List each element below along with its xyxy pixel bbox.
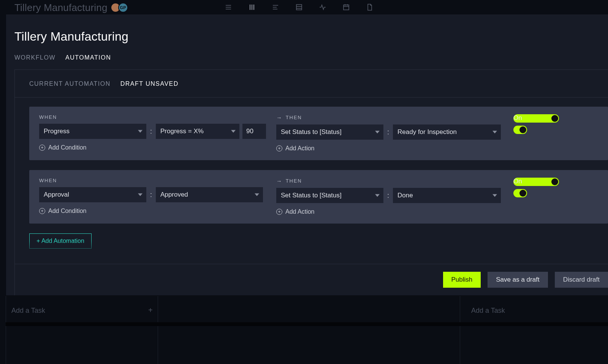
plus-circle-icon: + (276, 209, 282, 215)
arrow-right-icon: → (276, 114, 283, 121)
column-separator (6, 296, 6, 364)
separator-colon: : (386, 128, 390, 136)
when-op-select[interactable]: Approved (156, 187, 263, 202)
then-action-select[interactable]: Set Status to [Status] (276, 124, 383, 140)
column-separator (460, 296, 460, 364)
add-condition-label: Add Condition (48, 208, 87, 214)
when-label: WHEN (39, 178, 267, 183)
when-column: WHEN Approval : Approved + (39, 178, 267, 215)
main-tabs: WORKFLOW AUTOMATION (14, 54, 608, 61)
separator-colon: : (149, 128, 153, 136)
then-label: → THEN (276, 178, 504, 184)
content-box: CURRENT AUTOMATION DRAFT UNSAVED WHEN Pr… (14, 69, 608, 295)
then-action-select[interactable]: Set Status to [Status] (276, 188, 383, 203)
then-label-text: THEN (286, 115, 302, 120)
arrow-right-icon: → (276, 178, 283, 184)
bg-project-title: Tillery Manufacturing (14, 2, 108, 14)
publish-button[interactable]: Publish (443, 272, 481, 288)
add-condition-button[interactable]: + Add Condition (39, 144, 267, 151)
chevron-down-icon (231, 130, 236, 133)
chevron-down-icon (375, 194, 380, 197)
chevron-down-icon (375, 131, 380, 134)
avatar-2: GP (118, 3, 128, 13)
when-field-select[interactable]: Progress (39, 124, 146, 139)
when-label: WHEN (39, 114, 267, 120)
bg-toolbar (224, 3, 374, 11)
then-value: Ready for Inspection (397, 128, 457, 136)
add-automation-button[interactable]: + Add Automation (29, 233, 92, 249)
automation-rule: WHEN Progress : Progress = X% 90 (29, 107, 608, 160)
when-field-select[interactable]: Approval (39, 187, 146, 202)
calendar-icon (342, 3, 350, 11)
then-value-select[interactable]: Ready for Inspection (393, 124, 501, 140)
when-column: WHEN Progress : Progress = X% 90 (39, 114, 267, 152)
automation-panel: Tillery Manufacturing WORKFLOW AUTOMATIO… (6, 14, 608, 295)
then-action-value: Set Status to [Status] (281, 192, 342, 199)
when-value-input[interactable]: 90 (242, 124, 266, 139)
chevron-down-icon (138, 130, 142, 133)
when-op-select[interactable]: Progress = X% (156, 124, 239, 139)
sub-tabs: CURRENT AUTOMATION DRAFT UNSAVED (15, 70, 608, 98)
toggle-column: On (513, 178, 559, 186)
chevron-down-icon (255, 194, 259, 196)
add-condition-button[interactable]: + Add Condition (39, 208, 267, 214)
add-action-button[interactable]: + Add Action (276, 208, 504, 215)
then-value-select[interactable]: Done (393, 188, 501, 203)
then-label-text: THEN (286, 178, 302, 184)
toggle-label: On (513, 178, 522, 185)
separator-colon: : (149, 191, 153, 199)
when-field-value: Approval (44, 191, 69, 199)
plus-circle-icon: + (39, 208, 45, 214)
fade-overlay (15, 241, 608, 264)
settings-bars-icon (248, 3, 256, 11)
bg-add-task-left: Add a Task (11, 307, 45, 315)
when-field-value: Progress (44, 128, 70, 135)
then-action-value: Set Status to [Status] (281, 128, 342, 136)
panel-footer: Publish Save as a draft Discard draft (15, 264, 608, 295)
plus-circle-icon: + (39, 145, 45, 151)
toggle-column: On (513, 114, 559, 123)
bg-horizontal-bar (6, 322, 608, 326)
bg-plus-icon: + (148, 306, 153, 315)
plus-circle-icon: + (276, 145, 282, 151)
align-icon (271, 3, 280, 11)
add-action-button[interactable]: + Add Action (276, 145, 504, 152)
subtab-draft-unsaved[interactable]: DRAFT UNSAVED (120, 80, 179, 87)
then-column: → THEN Set Status to [Status] : Done (276, 178, 504, 215)
rule-enable-toggle[interactable] (513, 126, 527, 134)
panel-title: Tillery Manufacturing (14, 30, 608, 44)
subtab-current-automation[interactable]: CURRENT AUTOMATION (29, 80, 111, 87)
chevron-down-icon (492, 131, 497, 134)
svg-rect-9 (296, 5, 302, 10)
when-op-value: Progress = X% (160, 128, 204, 135)
when-op-value: Approved (160, 191, 188, 199)
then-column: → THEN Set Status to [Status] : Ready fo… (276, 114, 504, 152)
when-value: 90 (246, 128, 253, 135)
toggle-label: On (513, 114, 522, 122)
rules-area: WHEN Progress : Progress = X% 90 (15, 98, 608, 264)
chevron-down-icon (138, 194, 142, 196)
discard-draft-button[interactable]: Discard draft (555, 272, 608, 288)
then-label: → THEN (276, 114, 504, 121)
chevron-down-icon (492, 194, 497, 197)
svg-rect-12 (344, 5, 349, 10)
add-condition-label: Add Condition (48, 144, 87, 151)
tab-workflow[interactable]: WORKFLOW (14, 54, 55, 61)
column-separator (158, 296, 158, 364)
avatar-stack: GP (113, 3, 128, 13)
add-action-label: Add Action (285, 145, 315, 152)
bg-add-task-right: Add a Task (471, 307, 505, 315)
activity-icon (318, 3, 327, 11)
then-value: Done (397, 192, 413, 199)
automation-rule: WHEN Approval : Approved + (29, 170, 608, 224)
separator-colon: : (386, 192, 390, 200)
add-action-label: Add Action (285, 208, 315, 215)
list-icon (224, 3, 233, 11)
file-icon (366, 3, 374, 11)
tab-automation[interactable]: AUTOMATION (65, 54, 111, 61)
table-icon (295, 3, 303, 11)
rule-enable-toggle[interactable] (513, 189, 527, 197)
save-draft-button[interactable]: Save as a draft (488, 272, 548, 288)
